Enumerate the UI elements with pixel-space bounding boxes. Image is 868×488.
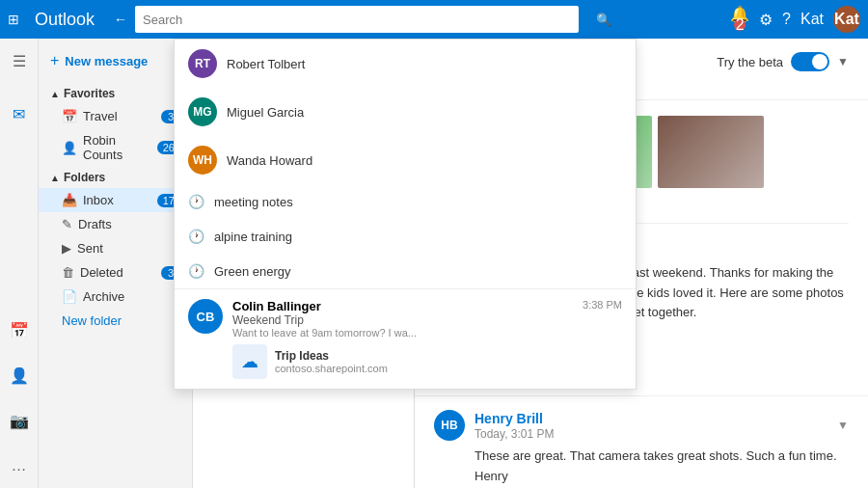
- search-person-robert[interactable]: RT Robert Tolbert: [175, 40, 636, 88]
- app-title: Outlook: [35, 10, 95, 30]
- try-beta-section: Try the beta ▼: [717, 52, 849, 71]
- person-name-robert: Robert Tolbert: [227, 57, 305, 71]
- avatar[interactable]: Kat: [833, 6, 860, 33]
- help-icon[interactable]: ?: [782, 11, 791, 28]
- back-icon[interactable]: ←: [114, 12, 127, 27]
- attachment-row: ☁ Trip Ideas contoso.sharepoint.com: [232, 344, 622, 379]
- suitcase-icon: 📅: [62, 109, 77, 123]
- user-label[interactable]: Kat: [800, 11, 824, 28]
- reply-time: Today, 3:01 PM: [475, 427, 555, 441]
- nav-bottom: 📅 👤 📷 …: [4, 315, 35, 488]
- plus-icon: +: [50, 52, 59, 69]
- archive-label: Archive: [83, 289, 180, 304]
- reply-section: HB Henry Brill Today, 3:01 PM ▼ These ar…: [415, 395, 868, 488]
- reply-sign: Henry: [475, 467, 849, 487]
- inbox-icon: 📥: [62, 193, 77, 207]
- trash-icon: 🗑: [62, 265, 74, 280]
- reply-sender-name[interactable]: Henry Brill: [475, 411, 543, 426]
- people-nav-icon[interactable]: 👤: [4, 361, 35, 391]
- travel-label: Travel: [83, 109, 155, 123]
- search-person-wanda[interactable]: WH Wanda Howard: [175, 136, 636, 184]
- history-icon: 🕐: [188, 194, 204, 209]
- reply-avatar: HB: [434, 410, 465, 441]
- reply-text: These are great. That camera takes great…: [434, 447, 849, 487]
- search-bar[interactable]: [135, 6, 579, 33]
- calendar-nav-icon[interactable]: 📅: [4, 315, 35, 345]
- sidebar-item-sent[interactable]: ▶ Sent: [39, 236, 192, 260]
- folders-label: Folders: [64, 171, 105, 184]
- new-folder-link[interactable]: New folder: [39, 309, 192, 333]
- sidebar-item-deleted[interactable]: 🗑 Deleted 3: [39, 260, 192, 285]
- person-name-wanda: Wanda Howard: [227, 153, 312, 168]
- cloud-icon: ☁: [232, 344, 267, 379]
- person-avatar-wh: WH: [188, 146, 217, 175]
- notifications-icon[interactable]: 🔔 2: [730, 5, 749, 35]
- person-icon: 👤: [62, 141, 77, 155]
- beta-toggle[interactable]: [791, 52, 829, 71]
- sidebar-item-travel[interactable]: 📅 Travel 3: [39, 104, 192, 128]
- search-message-colin[interactable]: CB Colin Ballinger 3:38 PM Weekend Trip …: [175, 288, 636, 389]
- reply-sender-info: Henry Brill Today, 3:01 PM: [475, 410, 555, 441]
- hamburger-icon[interactable]: ☰: [7, 46, 32, 76]
- favorites-label: Favorites: [64, 87, 115, 100]
- search-history-meeting[interactable]: 🕐 meeting notes: [175, 184, 636, 219]
- search-msg-time: 3:38 PM: [583, 299, 622, 313]
- search-input[interactable]: [143, 13, 571, 27]
- deleted-label: Deleted: [80, 265, 155, 280]
- robin-label: Robin Counts: [83, 133, 151, 162]
- search-history-green[interactable]: 🕐 Green energy: [175, 254, 636, 288]
- chevron-icon-2: ▲: [50, 173, 60, 183]
- attachment-name: Trip Ideas: [275, 349, 388, 363]
- search-msg-content: Colin Ballinger 3:38 PM Weekend Trip Wan…: [232, 299, 622, 379]
- sidebar: + New message ▲ Favorites 📅 Travel 3 👤 R…: [39, 39, 193, 488]
- photo-3: [658, 116, 764, 188]
- drafts-label: Drafts: [78, 217, 180, 231]
- grid-icon[interactable]: ⊞: [8, 12, 19, 27]
- favorites-header[interactable]: ▲ Favorites: [39, 83, 192, 104]
- search-msg-preview: Want to leave at 9am tomorrow? I wa...: [232, 327, 622, 339]
- notification-badge: 2: [734, 19, 746, 31]
- nav-rail: ☰ ✉ 📅 👤 📷 …: [0, 39, 39, 488]
- search-dropdown: RT Robert Tolbert MG Miguel Garcia WH Wa…: [174, 39, 637, 390]
- inbox-label: Inbox: [83, 193, 151, 207]
- reply-chevron-icon[interactable]: ▼: [837, 419, 849, 432]
- sidebar-item-robin[interactable]: 👤 Robin Counts 26: [39, 128, 192, 167]
- new-message-label: New message: [65, 54, 148, 68]
- person-name-miguel: Miguel Garcia: [227, 105, 304, 120]
- reply-sender-row: HB Henry Brill Today, 3:01 PM: [434, 410, 555, 441]
- reply-body: These are great. That camera takes great…: [475, 447, 849, 467]
- drafts-icon: ✎: [62, 217, 72, 231]
- sidebar-item-inbox[interactable]: 📥 Inbox 17: [39, 188, 192, 212]
- history-label-alpine: alpine training: [214, 230, 292, 244]
- person-avatar-mg: MG: [188, 97, 217, 126]
- folders-header[interactable]: ▲ Folders: [39, 167, 192, 188]
- history-icon-2: 🕐: [188, 229, 204, 244]
- more-nav-icon[interactable]: …: [6, 451, 33, 480]
- chevron-down-icon[interactable]: ▼: [837, 55, 849, 68]
- sent-icon: ▶: [62, 241, 71, 256]
- reply-header: HB Henry Brill Today, 3:01 PM ▼: [434, 410, 849, 441]
- title-icons: 🔔 2 ⚙ ? Kat Kat: [730, 5, 860, 35]
- attachment-url: contoso.sharepoint.com: [275, 363, 388, 374]
- chevron-icon: ▲: [50, 89, 60, 99]
- title-bar: ⊞ Outlook ← 🔍 🔔 2 ⚙ ? Kat Kat: [0, 0, 868, 39]
- history-label-meeting: meeting notes: [214, 195, 293, 209]
- new-message-button[interactable]: + New message: [39, 46, 192, 75]
- mail-nav-icon[interactable]: ✉: [7, 99, 31, 129]
- settings-icon[interactable]: ⚙: [759, 11, 773, 29]
- person-avatar-rt: RT: [188, 49, 217, 78]
- try-beta-label: Try the beta: [717, 55, 783, 69]
- sidebar-item-drafts[interactable]: ✎ Drafts: [39, 212, 192, 236]
- search-msg-subject: Weekend Trip: [232, 313, 622, 327]
- search-msg-avatar: CB: [188, 299, 223, 334]
- search-person-miguel[interactable]: MG Miguel Garcia: [175, 88, 636, 136]
- search-history-alpine[interactable]: 🕐 alpine training: [175, 219, 636, 254]
- sent-label: Sent: [77, 241, 180, 256]
- photo-nav-icon[interactable]: 📷: [4, 406, 35, 436]
- search-msg-header: Colin Ballinger 3:38 PM: [232, 299, 622, 313]
- search-button[interactable]: 🔍: [586, 6, 621, 33]
- sidebar-item-archive[interactable]: 📄 Archive: [39, 285, 192, 309]
- history-icon-3: 🕐: [188, 263, 204, 279]
- archive-icon: 📄: [62, 289, 77, 304]
- attachment-info: Trip Ideas contoso.sharepoint.com: [275, 349, 388, 374]
